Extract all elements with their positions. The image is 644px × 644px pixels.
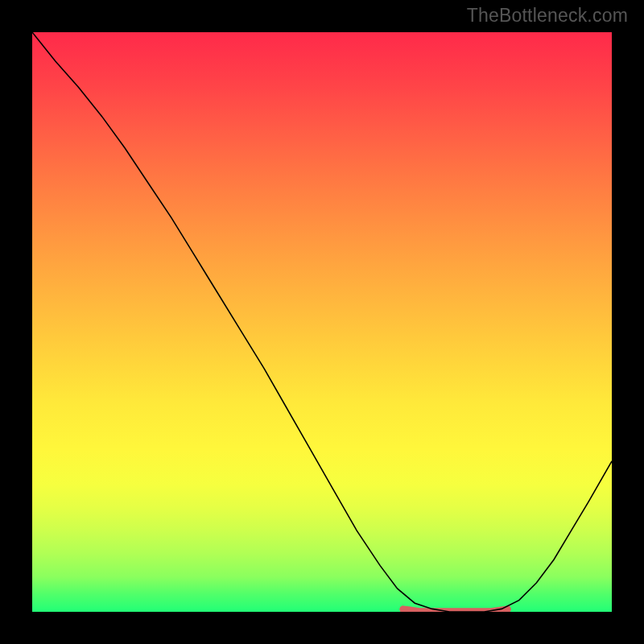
chart-svg <box>32 32 612 612</box>
curve-line <box>32 32 612 612</box>
chart-container: TheBottleneck.com <box>0 0 644 644</box>
plot-area <box>32 32 612 612</box>
watermark-text: TheBottleneck.com <box>467 5 628 27</box>
